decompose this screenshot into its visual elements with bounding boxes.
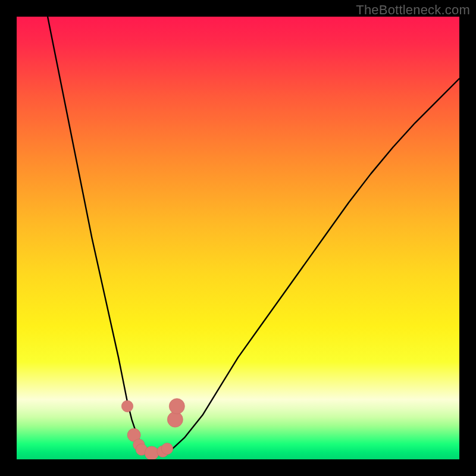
curve-marker bbox=[161, 443, 173, 454]
bottleneck-curve bbox=[48, 17, 459, 455]
plot-area bbox=[17, 17, 459, 459]
watermark-text: TheBottleneck.com bbox=[356, 2, 470, 18]
curve-marker bbox=[145, 446, 158, 459]
curve-marker bbox=[121, 400, 133, 412]
curve-layer bbox=[17, 17, 459, 459]
curve-markers bbox=[121, 399, 184, 459]
curve-marker bbox=[167, 412, 183, 427]
chart-frame: TheBottleneck.com bbox=[0, 0, 476, 476]
curve-marker bbox=[169, 399, 184, 414]
